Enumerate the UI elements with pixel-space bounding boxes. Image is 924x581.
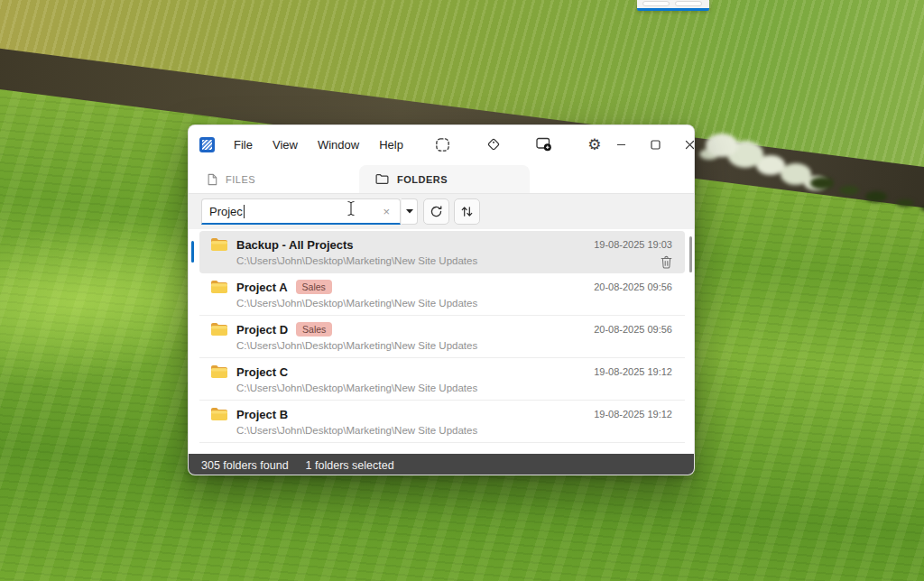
offscreen-window-edge (637, 0, 709, 11)
tag-badge: Sales (296, 280, 332, 294)
sort-icon[interactable] (454, 198, 480, 225)
folder-path: C:\Users\John\Desktop\Marketing\New Site… (236, 340, 477, 351)
title-bar: FileViewWindowHelp ⚙ (189, 125, 694, 163)
list-item[interactable]: Project A Sales C:\Users\John\Desktop\Ma… (199, 273, 685, 316)
search-input[interactable]: Projec × (201, 198, 401, 225)
search-toolbar: Projec × (189, 193, 694, 229)
maximize-icon[interactable] (639, 131, 673, 158)
close-icon[interactable] (673, 131, 695, 158)
list-item[interactable]: Project D Sales C:\Users\John\Desktop\Ma… (199, 316, 685, 358)
folder-date: 19-08-2025 19:03 (594, 239, 672, 250)
menu-bar: FileViewWindowHelp (224, 134, 413, 156)
status-selected: 1 folders selected (306, 459, 394, 472)
folder-icon (210, 322, 228, 337)
clear-icon[interactable]: × (380, 204, 393, 219)
search-input-value: Projec (209, 205, 243, 218)
folder-date: 19-08-2025 19:12 (594, 409, 672, 420)
status-bar: 305 folders found 1 folders selected (189, 454, 694, 475)
desktop-wallpaper: FileViewWindowHelp ⚙ (0, 0, 924, 581)
menu-item-file[interactable]: File (224, 134, 263, 156)
offscreen-window-button (675, 1, 702, 6)
wallpaper-blossom-trees (706, 134, 738, 157)
window-controls (605, 125, 695, 163)
offscreen-window-button (642, 1, 670, 6)
selection-indicator (191, 241, 194, 263)
tag-badge: Sales (296, 322, 332, 337)
menu-item-help[interactable]: Help (369, 134, 413, 156)
tag-icon[interactable] (484, 134, 504, 154)
minimize-icon[interactable] (605, 131, 639, 158)
refresh-icon[interactable] (423, 198, 449, 225)
folder-name: Backup - All Projects (236, 238, 354, 252)
menu-item-window[interactable]: Window (308, 134, 369, 156)
settings-gear-icon[interactable]: ⚙ (585, 134, 605, 154)
folder-name: Project D (236, 323, 288, 337)
list-item[interactable]: Project B C:\Users\John\Desktop\Marketin… (199, 401, 685, 443)
folder-date: 19-08-2025 19:12 (594, 366, 672, 377)
folder-path: C:\Users\John\Desktop\Marketing\New Site… (236, 383, 477, 393)
folder-date: 20-08-2025 09:56 (594, 324, 672, 335)
folder-icon (210, 407, 228, 421)
folder-icon (210, 364, 228, 379)
dropdown-arrow-icon[interactable] (402, 198, 418, 225)
folder-path: C:\Users\John\Desktop\Marketing\New Site… (236, 425, 477, 436)
folder-path: C:\Users\John\Desktop\Marketing\New Site… (236, 298, 477, 309)
toolbar: ⚙ (433, 134, 605, 154)
text-caret (244, 205, 245, 218)
tab-bar: FILES FOLDERS (189, 163, 694, 193)
tab-files[interactable]: FILES (190, 165, 272, 193)
folder-path: C:\Users\John\Desktop\Marketing\New Site… (236, 255, 477, 266)
folder-name: Project C (236, 365, 288, 379)
menu-item-view[interactable]: View (263, 134, 308, 156)
trash-icon[interactable] (661, 255, 672, 272)
folder-list: Backup - All Projects C:\Users\John\Desk… (189, 229, 694, 454)
folder-icon (375, 173, 389, 185)
folder-name: Project A (236, 281, 288, 294)
new-window-icon[interactable] (534, 134, 554, 154)
tab-files-label: FILES (226, 174, 255, 185)
list-item[interactable]: Project C C:\Users\John\Desktop\Marketin… (199, 358, 685, 401)
status-found: 305 folders found (201, 459, 289, 472)
scrollbar[interactable] (689, 236, 692, 272)
tab-folders-label: FOLDERS (397, 174, 448, 185)
folder-date: 20-08-2025 09:56 (594, 281, 672, 292)
app-logo-icon (199, 137, 215, 152)
folder-name: Project B (236, 408, 288, 421)
scan-icon[interactable] (433, 134, 453, 154)
tab-folders[interactable]: FOLDERS (359, 165, 530, 193)
app-window: FileViewWindowHelp ⚙ (188, 124, 695, 475)
list-item[interactable]: Backup - All Projects C:\Users\John\Desk… (199, 231, 685, 273)
folder-icon (210, 280, 228, 294)
folder-icon (210, 237, 228, 252)
text-cursor-icon (346, 200, 356, 220)
wallpaper-shrubs (810, 177, 834, 189)
file-icon (207, 173, 217, 186)
